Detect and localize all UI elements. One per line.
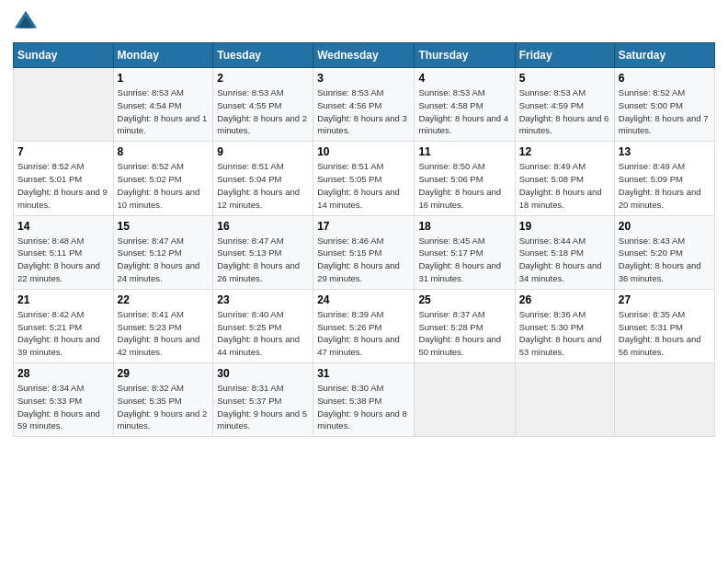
- page-header: [13, 9, 715, 35]
- weekday-header-row: Sunday Monday Tuesday Wednesday Thursday…: [14, 43, 715, 68]
- day-info: Sunrise: 8:53 AMSunset: 4:56 PMDaylight:…: [317, 87, 407, 135]
- calendar-cell: [614, 363, 714, 437]
- day-info: Sunrise: 8:31 AMSunset: 5:37 PMDaylight:…: [217, 383, 307, 431]
- day-number: 20: [619, 220, 711, 233]
- calendar-cell: 22 Sunrise: 8:41 AMSunset: 5:23 PMDaylig…: [113, 289, 213, 362]
- calendar-week-row: 21 Sunrise: 8:42 AMSunset: 5:21 PMDaylig…: [14, 289, 715, 362]
- day-number: 26: [519, 293, 610, 306]
- calendar-cell: 5 Sunrise: 8:53 AMSunset: 4:59 PMDayligh…: [515, 68, 614, 142]
- day-number: 17: [317, 220, 410, 233]
- calendar-cell: 28 Sunrise: 8:34 AMSunset: 5:33 PMDaylig…: [14, 363, 114, 437]
- calendar-cell: 14 Sunrise: 8:48 AMSunset: 5:11 PMDaylig…: [14, 215, 114, 289]
- day-info: Sunrise: 8:36 AMSunset: 5:30 PMDaylight:…: [519, 309, 602, 357]
- day-info: Sunrise: 8:44 AMSunset: 5:18 PMDaylight:…: [519, 236, 602, 283]
- day-info: Sunrise: 8:43 AMSunset: 5:20 PMDaylight:…: [619, 236, 701, 283]
- calendar-cell: 24 Sunrise: 8:39 AMSunset: 5:26 PMDaylig…: [313, 289, 415, 362]
- calendar-cell: 4 Sunrise: 8:53 AMSunset: 4:58 PMDayligh…: [415, 68, 515, 142]
- header-monday: Monday: [113, 43, 213, 68]
- calendar-cell: 3 Sunrise: 8:53 AMSunset: 4:56 PMDayligh…: [313, 68, 415, 142]
- header-sunday: Sunday: [14, 43, 114, 68]
- day-number: 14: [17, 220, 109, 233]
- day-info: Sunrise: 8:47 AMSunset: 5:13 PMDaylight:…: [217, 236, 300, 283]
- day-info: Sunrise: 8:52 AMSunset: 5:02 PMDaylight:…: [118, 161, 200, 209]
- header-wednesday: Wednesday: [313, 43, 415, 68]
- day-number: 22: [118, 293, 210, 306]
- calendar-cell: 19 Sunrise: 8:44 AMSunset: 5:18 PMDaylig…: [515, 215, 614, 289]
- calendar-cell: 12 Sunrise: 8:49 AMSunset: 5:08 PMDaylig…: [515, 142, 614, 215]
- calendar-cell: 30 Sunrise: 8:31 AMSunset: 5:37 PMDaylig…: [213, 363, 313, 437]
- calendar-week-row: 1 Sunrise: 8:53 AMSunset: 4:54 PMDayligh…: [14, 68, 715, 142]
- calendar-cell: 17 Sunrise: 8:46 AMSunset: 5:15 PMDaylig…: [313, 215, 415, 289]
- day-number: 5: [519, 72, 610, 85]
- day-number: 16: [217, 220, 309, 233]
- day-info: Sunrise: 8:40 AMSunset: 5:25 PMDaylight:…: [217, 309, 300, 357]
- calendar-cell: 21 Sunrise: 8:42 AMSunset: 5:21 PMDaylig…: [14, 289, 114, 362]
- day-number: 12: [519, 145, 610, 158]
- calendar-cell: [515, 363, 614, 437]
- calendar-cell: 1 Sunrise: 8:53 AMSunset: 4:54 PMDayligh…: [113, 68, 213, 142]
- day-info: Sunrise: 8:51 AMSunset: 5:05 PMDaylight:…: [317, 161, 400, 209]
- day-number: 1: [118, 72, 210, 85]
- day-number: 15: [118, 220, 210, 233]
- day-number: 31: [317, 367, 410, 380]
- day-number: 13: [619, 145, 711, 158]
- day-info: Sunrise: 8:35 AMSunset: 5:31 PMDaylight:…: [619, 309, 701, 357]
- day-info: Sunrise: 8:53 AMSunset: 4:59 PMDaylight:…: [519, 87, 609, 135]
- calendar-cell: 27 Sunrise: 8:35 AMSunset: 5:31 PMDaylig…: [614, 289, 714, 362]
- day-number: 19: [519, 220, 610, 233]
- day-info: Sunrise: 8:52 AMSunset: 5:01 PMDaylight:…: [17, 161, 108, 209]
- calendar-cell: 31 Sunrise: 8:30 AMSunset: 5:38 PMDaylig…: [313, 363, 415, 437]
- day-info: Sunrise: 8:32 AMSunset: 5:35 PMDaylight:…: [118, 383, 208, 431]
- day-number: 2: [217, 72, 309, 85]
- day-number: 28: [17, 367, 109, 380]
- calendar-cell: [14, 68, 114, 142]
- day-info: Sunrise: 8:30 AMSunset: 5:38 PMDaylight:…: [317, 383, 407, 431]
- day-info: Sunrise: 8:52 AMSunset: 5:00 PMDaylight:…: [619, 87, 709, 135]
- day-number: 6: [619, 72, 711, 85]
- day-number: 24: [317, 293, 410, 306]
- header-friday: Friday: [515, 43, 614, 68]
- calendar-cell: 11 Sunrise: 8:50 AMSunset: 5:06 PMDaylig…: [415, 142, 515, 215]
- day-number: 29: [118, 367, 210, 380]
- logo-icon: [13, 9, 39, 35]
- calendar-cell: 7 Sunrise: 8:52 AMSunset: 5:01 PMDayligh…: [14, 142, 114, 215]
- day-info: Sunrise: 8:53 AMSunset: 4:58 PMDaylight:…: [418, 87, 508, 135]
- day-number: 9: [217, 145, 309, 158]
- calendar-cell: 8 Sunrise: 8:52 AMSunset: 5:02 PMDayligh…: [113, 142, 213, 215]
- calendar-cell: 13 Sunrise: 8:49 AMSunset: 5:09 PMDaylig…: [614, 142, 714, 215]
- calendar-cell: 25 Sunrise: 8:37 AMSunset: 5:28 PMDaylig…: [415, 289, 515, 362]
- day-info: Sunrise: 8:39 AMSunset: 5:26 PMDaylight:…: [317, 309, 400, 357]
- day-info: Sunrise: 8:48 AMSunset: 5:11 PMDaylight:…: [17, 236, 100, 283]
- day-number: 27: [619, 293, 711, 306]
- day-number: 3: [317, 72, 410, 85]
- calendar-week-row: 14 Sunrise: 8:48 AMSunset: 5:11 PMDaylig…: [14, 215, 715, 289]
- day-info: Sunrise: 8:37 AMSunset: 5:28 PMDaylight:…: [418, 309, 501, 357]
- calendar-cell: 23 Sunrise: 8:40 AMSunset: 5:25 PMDaylig…: [213, 289, 313, 362]
- day-number: 10: [317, 145, 410, 158]
- calendar-cell: 2 Sunrise: 8:53 AMSunset: 4:55 PMDayligh…: [213, 68, 313, 142]
- calendar-table: Sunday Monday Tuesday Wednesday Thursday…: [13, 42, 715, 437]
- calendar-cell: 16 Sunrise: 8:47 AMSunset: 5:13 PMDaylig…: [213, 215, 313, 289]
- day-info: Sunrise: 8:42 AMSunset: 5:21 PMDaylight:…: [17, 309, 100, 357]
- day-info: Sunrise: 8:51 AMSunset: 5:04 PMDaylight:…: [217, 161, 300, 209]
- day-info: Sunrise: 8:53 AMSunset: 4:54 PMDaylight:…: [118, 87, 208, 135]
- day-info: Sunrise: 8:53 AMSunset: 4:55 PMDaylight:…: [217, 87, 307, 135]
- calendar-cell: 26 Sunrise: 8:36 AMSunset: 5:30 PMDaylig…: [515, 289, 614, 362]
- day-number: 8: [118, 145, 210, 158]
- day-info: Sunrise: 8:47 AMSunset: 5:12 PMDaylight:…: [118, 236, 200, 283]
- day-info: Sunrise: 8:46 AMSunset: 5:15 PMDaylight:…: [317, 236, 400, 283]
- calendar-week-row: 28 Sunrise: 8:34 AMSunset: 5:33 PMDaylig…: [14, 363, 715, 437]
- header-tuesday: Tuesday: [213, 43, 313, 68]
- calendar-cell: 6 Sunrise: 8:52 AMSunset: 5:00 PMDayligh…: [614, 68, 714, 142]
- day-number: 4: [418, 72, 510, 85]
- calendar-cell: 9 Sunrise: 8:51 AMSunset: 5:04 PMDayligh…: [213, 142, 313, 215]
- logo: [13, 9, 42, 35]
- day-number: 23: [217, 293, 309, 306]
- day-info: Sunrise: 8:45 AMSunset: 5:17 PMDaylight:…: [418, 236, 501, 283]
- day-number: 7: [17, 145, 109, 158]
- day-number: 30: [217, 367, 309, 380]
- header-saturday: Saturday: [614, 43, 714, 68]
- calendar-cell: 15 Sunrise: 8:47 AMSunset: 5:12 PMDaylig…: [113, 215, 213, 289]
- page-container: Sunday Monday Tuesday Wednesday Thursday…: [0, 0, 728, 563]
- calendar-cell: 20 Sunrise: 8:43 AMSunset: 5:20 PMDaylig…: [614, 215, 714, 289]
